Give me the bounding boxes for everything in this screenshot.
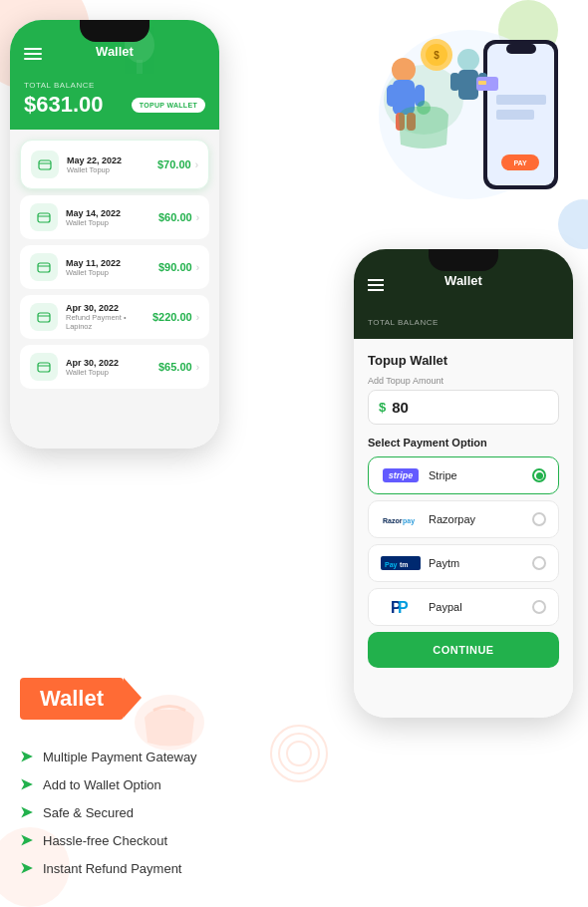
svg-text:$: $	[434, 50, 440, 61]
feature-item-4: ➤ Instant Refund Payment	[20, 859, 309, 877]
svg-point-25	[457, 49, 479, 71]
stripe-logo: stripe	[381, 465, 421, 485]
razorpay-logo: Razor pay	[381, 509, 421, 529]
tx-icon-2	[30, 253, 58, 281]
razorpay-radio[interactable]	[532, 512, 546, 526]
tx-amount-1: $60.00	[158, 211, 192, 223]
select-payment-title: Select Payment Option	[368, 437, 559, 449]
transaction-2[interactable]: May 11, 2022 Wallet Topup $90.00 ›	[20, 245, 209, 289]
payment-option-paypal[interactable]: P P Paypal	[368, 588, 559, 626]
feature-text-1: Add to Wallet Option	[43, 777, 161, 792]
paytm-radio[interactable]	[532, 556, 546, 570]
svg-text:PAY: PAY	[513, 159, 527, 166]
feature-list: ➤ Multiple Payment Gateway ➤ Add to Wall…	[20, 748, 309, 877]
phone-left-notch	[80, 20, 149, 42]
wallet-badge: Wallet	[20, 678, 124, 720]
transaction-3[interactable]: Apr 30, 2022 Refund Payment • Lapinoz $2…	[20, 295, 209, 339]
phone-right-title: Wallet	[444, 273, 482, 288]
tx-icon-1	[30, 203, 58, 231]
svg-rect-11	[496, 95, 546, 105]
dollar-sign: $	[379, 400, 386, 415]
illustration-svg: PAY $	[349, 15, 568, 224]
tx-amount-0: $70.00	[157, 158, 191, 170]
paytm-logo: Pay tm	[381, 553, 421, 573]
feature-item-0: ➤ Multiple Payment Gateway	[20, 748, 309, 765]
svg-rect-3	[38, 213, 50, 222]
tx-arrow-0: ›	[195, 159, 198, 170]
stripe-name: Stripe	[429, 469, 532, 481]
topup-wallet-button[interactable]: TOPUP WALLET	[132, 98, 205, 113]
tx-amount-4: $65.00	[158, 361, 192, 373]
paypal-radio[interactable]	[532, 600, 546, 614]
svg-rect-12	[496, 110, 534, 120]
balance-label: TOTAL BALANCE	[24, 81, 205, 90]
tx-icon-0	[31, 151, 59, 178]
tx-date-4: Apr 30, 2022	[66, 358, 158, 368]
feature-text-2: Safe & Secured	[43, 805, 134, 820]
tx-date-3: Apr 30, 2022	[66, 303, 152, 313]
razorpay-name: Razorpay	[429, 513, 532, 525]
tx-icon-4	[30, 353, 58, 381]
phone-right: Wallet TOTAL BALANCE Topup Wallet Add To…	[354, 249, 573, 718]
tx-arrow-4: ›	[196, 362, 199, 373]
feature-arrow-1: ➤	[20, 775, 33, 793]
tx-amount-3: $220.00	[152, 311, 192, 323]
tx-date-1: May 14, 2022	[66, 208, 158, 218]
payment-option-stripe[interactable]: stripe Stripe	[368, 456, 559, 494]
svg-rect-26	[458, 70, 478, 100]
feature-arrow-3: ➤	[20, 831, 33, 849]
tx-date-0: May 22, 2022	[67, 155, 157, 165]
svg-rect-2	[39, 160, 51, 169]
svg-text:P: P	[398, 599, 409, 616]
svg-rect-6	[38, 363, 50, 372]
svg-rect-18	[387, 85, 397, 107]
tx-desc-2: Wallet Topup	[66, 268, 158, 277]
phone-right-notch	[429, 249, 498, 271]
amount-input-box[interactable]: $ 80	[368, 390, 559, 425]
payment-option-paytm[interactable]: Pay tm Paytm	[368, 544, 559, 582]
feature-item-2: ➤ Safe & Secured	[20, 803, 309, 821]
illustration-section: PAY $	[349, 15, 568, 224]
transaction-1[interactable]: May 14, 2022 Wallet Topup $60.00 ›	[20, 195, 209, 239]
transaction-4[interactable]: Apr 30, 2022 Wallet Topup $65.00 ›	[20, 345, 209, 389]
svg-text:pay: pay	[403, 517, 415, 525]
topup-title: Topup Wallet	[368, 353, 559, 368]
payment-option-razorpay[interactable]: Razor pay Razorpay	[368, 500, 559, 538]
phone-right-body: Topup Wallet Add Topup Amount $ 80 Selec…	[354, 339, 573, 718]
tx-desc-0: Wallet Topup	[67, 165, 157, 174]
tx-desc-4: Wallet Topup	[66, 368, 158, 377]
transaction-featured[interactable]: May 22, 2022 Wallet Topup $70.00 ›	[20, 140, 209, 189]
feature-text-3: Hassle-free Checkout	[43, 833, 167, 848]
hamburger-icon-right[interactable]	[368, 277, 384, 295]
svg-rect-28	[450, 73, 459, 91]
feature-arrow-2: ➤	[20, 803, 33, 821]
svg-rect-30	[478, 81, 486, 85]
phone-left-body: May 22, 2022 Wallet Topup $70.00 › May 1…	[10, 130, 219, 449]
phone-left: Wallet TOTAL BALANCE $631.00 TOPUP WALLE…	[10, 20, 219, 449]
feature-arrow-0: ➤	[20, 748, 33, 765]
tx-amount-2: $90.00	[158, 261, 192, 273]
feature-text-0: Multiple Payment Gateway	[43, 750, 197, 764]
balance-amount: $631.00	[24, 92, 104, 118]
feature-text-4: Instant Refund Payment	[43, 861, 181, 876]
hamburger-icon[interactable]	[24, 48, 42, 60]
continue-button[interactable]: CONTINUE	[368, 632, 559, 668]
tx-arrow-2: ›	[196, 262, 199, 273]
svg-rect-4	[38, 263, 50, 272]
paytm-name: Paytm	[429, 557, 532, 569]
paypal-name: Paypal	[429, 601, 532, 613]
tx-date-2: May 11, 2022	[66, 258, 158, 268]
stripe-radio[interactable]	[532, 468, 546, 482]
tx-desc-3: Refund Payment • Lapinoz	[66, 313, 152, 331]
amount-label: Add Topup Amount	[368, 376, 559, 386]
svg-text:Razor: Razor	[383, 517, 403, 524]
balance-label-right: TOTAL BALANCE	[368, 318, 559, 327]
svg-point-31	[417, 101, 431, 115]
svg-text:tm: tm	[400, 561, 409, 568]
tx-desc-1: Wallet Topup	[66, 218, 158, 227]
tx-arrow-1: ›	[196, 212, 199, 223]
svg-text:Pay: Pay	[385, 561, 398, 569]
feature-arrow-4: ➤	[20, 859, 33, 877]
paypal-logo: P P	[381, 597, 421, 617]
svg-point-16	[392, 58, 416, 82]
